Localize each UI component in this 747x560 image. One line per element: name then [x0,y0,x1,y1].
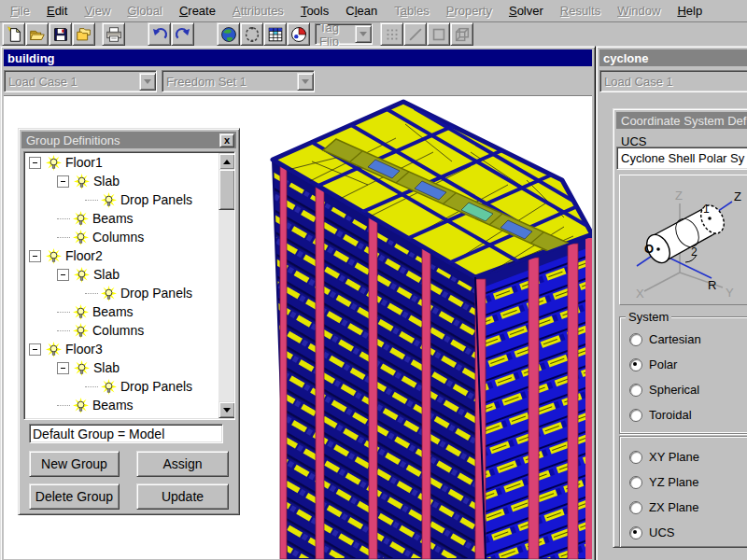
coordinate-system-name-dropdown[interactable]: Cyclone Shell Polar Sy [616,147,747,170]
model-viewport[interactable]: Group Definitions x Floor1SlabDrop Panel… [4,95,592,559]
tree-item-slab[interactable]: Slab [25,172,218,190]
menu-edit[interactable]: Edit [38,1,76,21]
radio-polar[interactable]: Polar [629,357,747,371]
radio-icon[interactable] [629,526,642,539]
group-definitions-titlebar[interactable]: Group Definitions x [21,132,236,148]
radio-label: Cartesian [649,332,701,346]
tree-collapse-icon[interactable] [57,269,69,281]
tree-item-drop-panels[interactable]: Drop Panels [25,190,218,209]
radio-spherical[interactable]: Spherical [629,383,747,397]
tree-connector [85,293,98,294]
plane-groupbox: XY PlaneYZ PlaneZX PlaneUCS [619,436,747,548]
tree-item-beams[interactable]: Beams [25,302,218,321]
tree-scrollbar[interactable] [218,153,233,418]
menu-solver[interactable]: Solver [500,1,552,21]
toolbar: Tag Flip [0,22,747,47]
building-combo-row: Load Case 1 Freedom Set 1 [1,66,595,95]
radio-label: Polar [649,357,677,371]
menu-tables: Tables [386,1,438,21]
tree-item-slab[interactable]: Slab [25,265,218,284]
dashed-loop-icon[interactable] [240,22,263,46]
label-two: 2 [691,245,698,259]
group-tree[interactable]: Floor1SlabDrop PanelsBeamsColumnsFloor2S… [23,151,235,420]
toolbar-separator [373,23,380,45]
menu-help[interactable]: Help [669,1,711,21]
tree-collapse-icon[interactable] [29,157,41,169]
tree-collapse-icon[interactable] [57,362,69,374]
menu-clean[interactable]: Clean [337,1,386,21]
new-file-icon[interactable] [2,22,25,46]
chart-circle-icon[interactable] [287,22,310,46]
radio-zx-plane[interactable]: ZX Plane [629,500,747,514]
bulb-icon [46,342,62,357]
cyclone-window-titlebar[interactable]: cyclone [599,49,747,66]
cylinder [642,202,728,267]
save-icon[interactable] [49,22,72,46]
radio-icon[interactable] [629,409,642,422]
radio-icon[interactable] [629,333,642,346]
radio-ucs[interactable]: UCS [629,525,747,539]
assign-button[interactable]: Assign [136,451,229,477]
radio-icon[interactable] [629,451,642,464]
tree-item-beams[interactable]: Beams [25,396,218,414]
freedom-set-value: Freedom Set 1 [166,75,247,89]
default-group-field[interactable] [29,424,223,443]
radio-yz-plane[interactable]: YZ Plane [629,475,747,489]
globe-icon[interactable] [217,22,240,46]
tree-item-label: Beams [92,398,134,413]
radio-icon[interactable] [629,501,642,514]
radio-icon[interactable] [629,476,642,489]
tree-item-floor2[interactable]: Floor2 [25,246,218,265]
menu-global: Global [119,1,171,21]
radio-label: XY Plane [649,450,699,464]
radio-icon[interactable] [629,384,642,397]
coordinate-diagram: Z X Y O 1 2 R Z [619,175,747,305]
tree-collapse-icon[interactable] [29,250,41,262]
scroll-up-icon[interactable] [218,153,235,170]
delete-group-button[interactable]: Delete Group [29,483,120,510]
new-group-button[interactable]: New Group [29,451,120,477]
square-icon [427,22,450,46]
undo-icon[interactable] [148,22,171,46]
tree-collapse-icon[interactable] [57,175,69,188]
open-folder-icon[interactable] [25,22,49,46]
label-origin: O [644,242,654,256]
close-icon[interactable]: x [219,133,234,147]
scrollbar-thumb[interactable] [218,169,235,210]
tree-item-beams[interactable]: Beams [25,209,218,228]
tree-item-floor3[interactable]: Floor3 [25,340,218,358]
update-button[interactable]: Update [136,483,229,510]
folders-icon[interactable] [72,22,95,46]
radio-icon[interactable] [629,358,642,371]
tree-item-columns[interactable]: Columns [25,321,218,340]
print-icon[interactable] [102,22,125,46]
bulb-icon [46,248,62,264]
radio-xy-plane[interactable]: XY Plane [629,450,747,464]
tree-item-label: Columns [92,323,144,338]
label-y: Y [726,286,734,300]
scroll-down-icon[interactable] [218,401,235,418]
tree-item-floor1[interactable]: Floor1 [25,153,218,172]
tree-item-label: Drop Panels [120,286,192,301]
cyclone-window: cyclone Load Case 1 Coordinate System De… [596,46,747,560]
tree-item-slab[interactable]: Slab [25,358,218,377]
radio-label: Spherical [649,383,699,397]
tree-item-columns[interactable]: Columns [25,228,218,246]
menu-tools[interactable]: Tools [292,1,337,21]
menu-file: File [2,1,38,21]
radio-cartesian[interactable]: Cartesian [629,332,747,346]
tree-item-drop-panels[interactable]: Drop Panels [25,284,218,302]
tree-item-drop-panels[interactable]: Drop Panels [25,377,218,396]
grid-table-icon[interactable] [263,22,287,46]
menu-create[interactable]: Create [171,1,224,21]
coordinate-system-titlebar[interactable]: Coordinate System Defi [616,112,747,129]
label-r: R [708,278,716,292]
tree-collapse-icon[interactable] [29,343,41,356]
bulb-icon [73,398,89,413]
radio-toroidal[interactable]: Toroidal [629,408,747,422]
bulb-icon [101,192,117,208]
redo-icon[interactable] [171,22,194,46]
bulb-icon [74,360,90,376]
building-window-titlebar[interactable]: building [4,49,592,66]
tree-item-label: Slab [93,267,120,282]
